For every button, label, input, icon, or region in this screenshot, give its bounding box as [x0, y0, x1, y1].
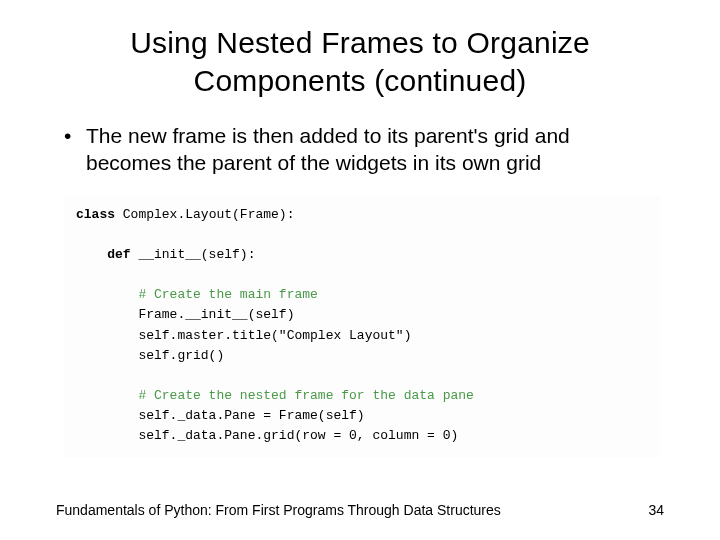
footer-text: Fundamentals of Python: From First Progr… [56, 502, 501, 518]
bullet-item: The new frame is then added to its paren… [60, 123, 660, 177]
code-comment: # Create the main frame [76, 287, 318, 302]
page-number: 34 [648, 502, 664, 518]
code-text: Complex.Layout(Frame): [115, 207, 294, 222]
code-text: self.grid() [76, 348, 224, 363]
footer: Fundamentals of Python: From First Progr… [56, 502, 664, 518]
code-text: self._data.Pane.grid(row = 0, column = 0… [76, 428, 458, 443]
code-text: self._data.Pane = Frame(self) [76, 408, 365, 423]
code-text: __init__(self): [131, 247, 256, 262]
slide-title: Using Nested Frames to Organize Componen… [56, 24, 664, 99]
code-text: self.master.title("Complex Layout") [76, 328, 411, 343]
code-keyword: def [76, 247, 131, 262]
bullet-list: The new frame is then added to its paren… [56, 123, 664, 177]
code-comment: # Create the nested frame for the data p… [76, 388, 474, 403]
code-pre: class Complex.Layout(Frame): def __init_… [76, 205, 648, 447]
slide: Using Nested Frames to Organize Componen… [0, 0, 720, 540]
code-text: Frame.__init__(self) [76, 307, 294, 322]
code-keyword: class [76, 207, 115, 222]
code-snippet: class Complex.Layout(Frame): def __init_… [64, 195, 660, 459]
